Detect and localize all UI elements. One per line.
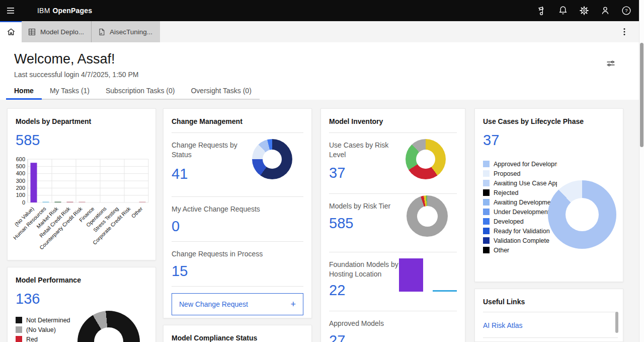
legend-swatch: [483, 170, 490, 177]
performance-donut-chart: [77, 311, 140, 342]
legend-label: Awaiting Use Case App: [494, 180, 557, 187]
card-title: Change Management: [164, 109, 311, 125]
lifecycle-legend: Approved for DevelopmProposedAwaiting Us…: [483, 159, 557, 255]
card-title: Model Inventory: [321, 109, 465, 125]
section-label: Change Requests by Status: [172, 141, 247, 160]
legend-item: Awaiting Development: [483, 197, 557, 207]
settings-adjust-icon[interactable]: [604, 56, 618, 71]
legend-item: (No Value): [16, 325, 70, 334]
settings-gear-icon[interactable]: [574, 0, 595, 21]
legend-label: Under Development: [494, 209, 549, 216]
lifecycle-count: 37: [483, 132, 623, 149]
legend-label: Ready for Validation: [494, 228, 550, 235]
section-label: Change Requests in Process: [172, 249, 311, 259]
new-change-request-button[interactable]: New Change Request +: [172, 293, 303, 315]
legend-item: Approved for Developm: [483, 159, 557, 169]
card-title: Model Performance: [8, 267, 155, 284]
page-scrollbar-thumb[interactable]: [640, 43, 643, 147]
bar[interactable]: [43, 202, 49, 203]
card-title: Model Compliance Status: [164, 325, 311, 342]
y-axis-tick: 300: [16, 178, 25, 184]
section-label: Use Cases by Risk Level: [329, 141, 399, 160]
top-header-bar: IBMOpenPages ?: [0, 0, 644, 21]
card-change-management: Change Management Change Requests by Sta…: [163, 108, 312, 318]
legend-item: Awaiting Use Case App: [483, 178, 557, 188]
tab-subscription-tasks[interactable]: Subscription Tasks (0): [98, 82, 183, 100]
svg-text:?: ?: [625, 8, 627, 13]
risk-tier-donut-chart: [407, 195, 448, 237]
donut-hole: [416, 150, 435, 169]
x-axis-label: Other: [130, 206, 144, 219]
help-icon[interactable]: ?: [616, 0, 637, 21]
button-label: New Change Request: [179, 300, 248, 308]
use-cases-risk-count: 37: [329, 165, 465, 181]
header-actions: ?: [531, 0, 637, 21]
tab-my-tasks[interactable]: My Tasks (1): [42, 82, 98, 100]
legend-item: Ready for Validation: [483, 226, 557, 236]
legend-swatch: [16, 336, 22, 342]
legend-item: Other: [483, 245, 557, 255]
workspace-tab-bar: Model Deplo... AisecTuning...: [0, 21, 644, 42]
change-requests-in-process-count: 15: [172, 263, 311, 280]
y-axis-tick: 500: [16, 163, 25, 169]
donut-hole: [94, 327, 123, 342]
document-check-icon: [98, 28, 106, 36]
workspace-tab-aisectuning[interactable]: AisecTuning...: [91, 21, 160, 42]
legend-item: Developed: [483, 217, 557, 226]
home-tab[interactable]: [0, 21, 22, 42]
section-label: Foundation Models by Hosting Location: [329, 260, 405, 279]
workspace-tab-model-deployment[interactable]: Model Deplo...: [22, 21, 91, 42]
bar[interactable]: [433, 290, 457, 292]
legend-label: (No Value): [26, 326, 56, 333]
bar[interactable]: [79, 202, 86, 203]
card-title: Models by Department: [8, 109, 155, 125]
legend-item: Proposed: [483, 169, 557, 178]
donut-hole: [566, 198, 599, 232]
bar[interactable]: [55, 202, 61, 203]
workspace-tab-label: Model Deplo...: [40, 28, 84, 36]
card-title: Use Cases by Lifecycle Phase: [475, 109, 623, 125]
tab-oversight-tasks[interactable]: Oversight Tasks (0): [183, 82, 259, 100]
last-login-text: Last successful login 4/7/2025, 1:50 PM: [14, 71, 644, 79]
donut-hole: [263, 150, 282, 169]
legend-label: Not Determined: [26, 317, 70, 324]
card-scrollbar-thumb[interactable]: [615, 312, 618, 333]
legend-label: Proposed: [494, 170, 521, 177]
workspace-tab-label: AisecTuning...: [110, 28, 152, 36]
card-models-by-department: Models by Department 585 010020030040050…: [7, 108, 156, 260]
hosting-location-bar-chart: [396, 257, 459, 292]
notifications-bell-icon[interactable]: [552, 0, 574, 21]
section-label: My Active Change Requests: [172, 204, 311, 214]
hamburger-menu-icon[interactable]: [0, 0, 21, 21]
signpost-icon[interactable]: [531, 0, 552, 21]
card-title: Useful Links: [475, 289, 623, 306]
legend-label: Approved for Developm: [494, 161, 557, 168]
app-title: IBMOpenPages: [37, 7, 92, 15]
page-scrollbar[interactable]: [639, 0, 644, 342]
bar[interactable]: [399, 258, 423, 292]
legend-swatch: [483, 180, 490, 186]
legend-swatch: [483, 218, 490, 225]
tab-home[interactable]: Home: [6, 82, 42, 100]
y-axis-tick: 100: [16, 192, 25, 198]
ai-risk-atlas-link[interactable]: AI Risk Atlas: [483, 321, 623, 329]
grid-table-icon: [28, 28, 36, 36]
legend-swatch: [483, 228, 490, 234]
card-model-performance: Model Performance 136 Not Determined(No …: [7, 267, 156, 342]
user-profile-icon[interactable]: [595, 0, 616, 21]
change-requests-donut-chart: [252, 139, 292, 179]
card-model-compliance-status: Model Compliance Status: [163, 325, 312, 342]
dashboard-nav-tabs: Home My Tasks (1) Subscription Tasks (0)…: [6, 82, 260, 100]
home-icon: [6, 27, 16, 37]
bar[interactable]: [139, 202, 146, 203]
bar[interactable]: [31, 163, 37, 202]
bar[interactable]: [67, 202, 73, 203]
overflow-menu-icon[interactable]: [618, 25, 631, 38]
y-axis-tick: 0: [22, 199, 25, 206]
risk-level-donut-chart: [406, 139, 446, 179]
performance-count: 136: [16, 291, 155, 307]
legend-swatch: [483, 237, 490, 244]
legend-swatch: [483, 189, 490, 196]
card-lifecycle-phase: Use Cases by Lifecycle Phase 37 Approved…: [474, 108, 623, 282]
card-model-inventory: Model Inventory Use Cases by Risk Level …: [320, 108, 465, 342]
